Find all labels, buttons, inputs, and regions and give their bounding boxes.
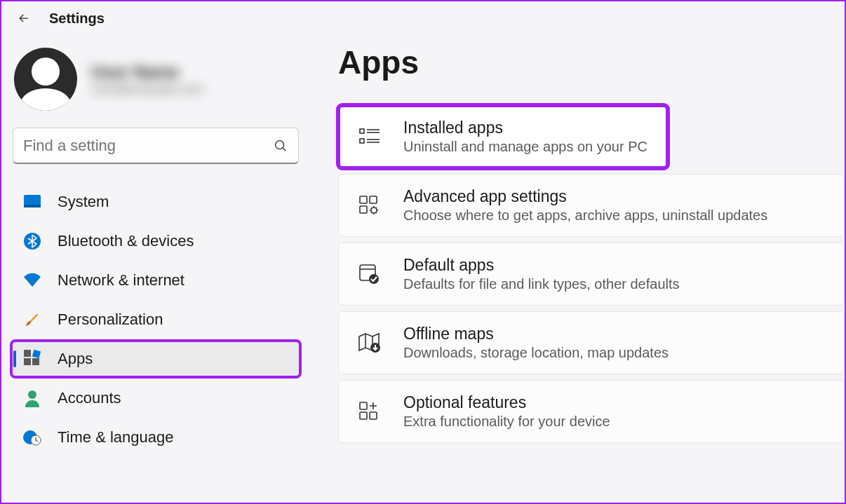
- sidebar-item-personalization[interactable]: Personalization: [11, 301, 300, 338]
- card-desc: Choose where to get apps, archive apps, …: [403, 207, 767, 224]
- svg-point-23: [369, 274, 379, 284]
- sidebar-item-network[interactable]: Network & internet: [11, 262, 300, 299]
- brush-icon: [22, 310, 42, 329]
- nav-label: Time & language: [58, 428, 174, 447]
- back-button[interactable]: [15, 10, 32, 27]
- card-desc: Uninstall and manage apps on your PC: [403, 139, 647, 155]
- nav-label: Network & internet: [58, 271, 184, 290]
- sidebar-item-system[interactable]: System: [11, 184, 300, 220]
- installed-apps-icon: [357, 124, 382, 149]
- window-title: Settings: [49, 11, 105, 27]
- card-advanced-app-settings[interactable]: Advanced app settings Choose where to ge…: [338, 174, 845, 237]
- main-panel: Apps Installed apps Uninstall and manage…: [310, 32, 845, 503]
- person-icon: [22, 388, 42, 408]
- card-installed-apps[interactable]: Installed apps Uninstall and manage apps…: [338, 105, 668, 168]
- svg-rect-25: [360, 402, 367, 409]
- advanced-settings-icon: [357, 193, 382, 218]
- svg-rect-26: [360, 412, 367, 419]
- titlebar: Settings: [1, 1, 845, 32]
- sidebar-item-bluetooth[interactable]: Bluetooth & devices: [11, 223, 300, 259]
- sidebar: User Name user@example.com System: [1, 32, 310, 503]
- svg-rect-18: [370, 196, 377, 203]
- svg-point-8: [28, 390, 36, 399]
- optional-features-icon: [357, 399, 382, 424]
- card-desc: Extra functionality for your device: [403, 414, 610, 430]
- nav-label: Accounts: [58, 389, 121, 407]
- sidebar-item-time-language[interactable]: Time & language: [11, 419, 300, 456]
- svg-rect-12: [360, 139, 364, 143]
- svg-rect-11: [360, 129, 364, 133]
- sidebar-item-apps[interactable]: Apps: [11, 341, 300, 377]
- svg-rect-5: [32, 358, 39, 365]
- cards-list: Installed apps Uninstall and manage apps…: [338, 105, 845, 443]
- card-offline-maps[interactable]: Offline maps Downloads, storage location…: [338, 311, 845, 374]
- card-desc: Defaults for file and link types, other …: [403, 276, 680, 292]
- nav-label: System: [58, 193, 109, 211]
- profile-block[interactable]: User Name user@example.com: [11, 41, 300, 128]
- search-icon: [273, 138, 288, 154]
- sidebar-item-accounts[interactable]: Accounts: [11, 380, 300, 416]
- profile-name: User Name: [91, 62, 203, 82]
- card-optional-features[interactable]: Optional features Extra functionality fo…: [338, 380, 845, 443]
- card-title: Optional features: [403, 393, 610, 412]
- card-title: Default apps: [403, 256, 680, 275]
- nav-label: Personalization: [58, 311, 163, 329]
- svg-rect-17: [360, 196, 367, 203]
- search-box[interactable]: [13, 128, 299, 164]
- arrow-left-icon: [17, 11, 31, 25]
- profile-text: User Name user@example.com: [91, 62, 203, 97]
- card-title: Installed apps: [403, 118, 647, 137]
- apps-icon: [22, 349, 42, 369]
- map-icon: [357, 330, 382, 355]
- svg-rect-4: [24, 358, 31, 365]
- bluetooth-icon: [22, 231, 42, 251]
- card-title: Offline maps: [403, 325, 669, 343]
- card-default-apps[interactable]: Default apps Defaults for file and link …: [338, 243, 845, 306]
- default-apps-icon: [357, 261, 382, 287]
- svg-rect-19: [360, 206, 367, 213]
- card-desc: Downloads, storage location, map updates: [403, 345, 669, 361]
- clock-globe-icon: [22, 428, 42, 447]
- svg-rect-7: [32, 350, 41, 358]
- nav: System Bluetooth & devices Network & int…: [11, 184, 300, 456]
- search-input[interactable]: [23, 137, 273, 155]
- svg-rect-6: [24, 350, 31, 357]
- profile-email: user@example.com: [91, 82, 203, 97]
- system-icon: [22, 192, 42, 212]
- card-title: Advanced app settings: [403, 187, 767, 206]
- svg-rect-2: [24, 205, 41, 207]
- svg-rect-27: [370, 412, 377, 419]
- page-title: Apps: [338, 43, 845, 81]
- avatar: [14, 48, 77, 111]
- nav-label: Bluetooth & devices: [58, 232, 194, 250]
- nav-label: Apps: [58, 350, 93, 368]
- svg-point-0: [276, 140, 284, 149]
- wifi-icon: [22, 271, 42, 290]
